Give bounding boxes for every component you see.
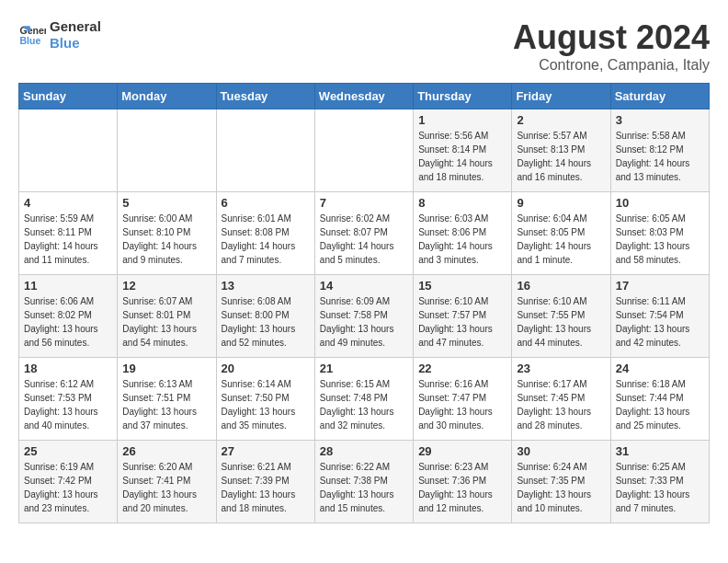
- week-row-5: 25Sunrise: 6:19 AM Sunset: 7:42 PM Dayli…: [19, 441, 710, 523]
- day-number: 13: [222, 279, 310, 293]
- logo-line2: Blue: [50, 35, 101, 52]
- logo-line1: General: [50, 18, 101, 35]
- day-number: 17: [616, 279, 704, 293]
- day-info: Sunrise: 6:08 AM Sunset: 8:00 PM Dayligh…: [222, 294, 310, 350]
- day-header-monday: Monday: [118, 84, 216, 109]
- day-cell: 2Sunrise: 5:57 AM Sunset: 8:13 PM Daylig…: [512, 109, 610, 192]
- day-header-wednesday: Wednesday: [314, 84, 413, 109]
- day-cell: 30Sunrise: 6:24 AM Sunset: 7:35 PM Dayli…: [512, 441, 610, 523]
- day-info: Sunrise: 5:59 AM Sunset: 8:11 PM Dayligh…: [24, 212, 112, 267]
- day-cell: 25Sunrise: 6:19 AM Sunset: 7:42 PM Dayli…: [19, 441, 118, 523]
- day-number: 23: [517, 362, 605, 375]
- day-info: Sunrise: 6:20 AM Sunset: 7:41 PM Dayligh…: [122, 460, 210, 515]
- day-cell: 20Sunrise: 6:14 AM Sunset: 7:50 PM Dayli…: [216, 358, 314, 441]
- day-info: Sunrise: 5:56 AM Sunset: 8:14 PM Dayligh…: [418, 129, 506, 184]
- day-cell: 29Sunrise: 6:23 AM Sunset: 7:36 PM Dayli…: [414, 441, 512, 523]
- page-header: General Blue General Blue August 2024 Co…: [18, 18, 710, 74]
- day-info: Sunrise: 6:02 AM Sunset: 8:07 PM Dayligh…: [320, 212, 408, 267]
- day-cell: 11Sunrise: 6:06 AM Sunset: 8:02 PM Dayli…: [19, 275, 118, 358]
- day-cell: [216, 109, 314, 192]
- day-cell: 1Sunrise: 5:56 AM Sunset: 8:14 PM Daylig…: [414, 109, 512, 192]
- day-number: 11: [24, 279, 112, 293]
- day-info: Sunrise: 6:06 AM Sunset: 8:02 PM Dayligh…: [24, 294, 112, 350]
- calendar-table: SundayMondayTuesdayWednesdayThursdayFrid…: [18, 83, 710, 523]
- day-number: 29: [418, 444, 506, 458]
- day-cell: 6Sunrise: 6:01 AM Sunset: 8:08 PM Daylig…: [216, 192, 314, 275]
- day-info: Sunrise: 6:15 AM Sunset: 7:48 PM Dayligh…: [320, 377, 408, 432]
- header-row: SundayMondayTuesdayWednesdayThursdayFrid…: [19, 84, 710, 109]
- day-info: Sunrise: 6:14 AM Sunset: 7:50 PM Dayligh…: [222, 377, 310, 432]
- day-cell: 23Sunrise: 6:17 AM Sunset: 7:45 PM Dayli…: [512, 358, 610, 441]
- day-info: Sunrise: 5:58 AM Sunset: 8:12 PM Dayligh…: [616, 129, 704, 184]
- day-cell: 28Sunrise: 6:22 AM Sunset: 7:38 PM Dayli…: [314, 441, 413, 523]
- day-number: 21: [320, 362, 408, 375]
- day-cell: 12Sunrise: 6:07 AM Sunset: 8:01 PM Dayli…: [118, 275, 216, 358]
- day-header-tuesday: Tuesday: [216, 84, 314, 109]
- day-info: Sunrise: 6:09 AM Sunset: 7:58 PM Dayligh…: [320, 294, 408, 350]
- day-cell: 21Sunrise: 6:15 AM Sunset: 7:48 PM Dayli…: [314, 358, 413, 441]
- day-info: Sunrise: 6:11 AM Sunset: 7:54 PM Dayligh…: [616, 294, 704, 350]
- day-cell: 13Sunrise: 6:08 AM Sunset: 8:00 PM Dayli…: [216, 275, 314, 358]
- day-number: 3: [616, 113, 704, 127]
- week-row-4: 18Sunrise: 6:12 AM Sunset: 7:53 PM Dayli…: [19, 358, 710, 441]
- day-number: 20: [222, 362, 310, 375]
- day-number: 10: [616, 196, 704, 210]
- day-info: Sunrise: 6:16 AM Sunset: 7:47 PM Dayligh…: [418, 377, 506, 432]
- day-cell: 9Sunrise: 6:04 AM Sunset: 8:05 PM Daylig…: [512, 192, 610, 275]
- month-title: August 2024: [513, 18, 710, 57]
- week-row-1: 1Sunrise: 5:56 AM Sunset: 8:14 PM Daylig…: [19, 109, 710, 192]
- day-cell: 10Sunrise: 6:05 AM Sunset: 8:03 PM Dayli…: [610, 192, 709, 275]
- day-info: Sunrise: 6:10 AM Sunset: 7:55 PM Dayligh…: [517, 294, 605, 350]
- day-info: Sunrise: 6:13 AM Sunset: 7:51 PM Dayligh…: [122, 377, 210, 432]
- day-cell: 22Sunrise: 6:16 AM Sunset: 7:47 PM Dayli…: [414, 358, 512, 441]
- day-cell: 18Sunrise: 6:12 AM Sunset: 7:53 PM Dayli…: [19, 358, 118, 441]
- day-cell: 7Sunrise: 6:02 AM Sunset: 8:07 PM Daylig…: [314, 192, 413, 275]
- day-cell: [118, 109, 216, 192]
- day-number: 18: [24, 362, 112, 375]
- day-info: Sunrise: 6:01 AM Sunset: 8:08 PM Dayligh…: [222, 212, 310, 267]
- day-info: Sunrise: 6:12 AM Sunset: 7:53 PM Dayligh…: [24, 377, 112, 432]
- day-number: 8: [418, 196, 506, 210]
- day-number: 19: [122, 362, 210, 375]
- location-subtitle: Controne, Campania, Italy: [513, 57, 710, 74]
- day-cell: 8Sunrise: 6:03 AM Sunset: 8:06 PM Daylig…: [414, 192, 512, 275]
- day-info: Sunrise: 6:24 AM Sunset: 7:35 PM Dayligh…: [517, 460, 605, 515]
- day-number: 15: [418, 279, 506, 293]
- day-info: Sunrise: 6:17 AM Sunset: 7:45 PM Dayligh…: [517, 377, 605, 432]
- day-number: 25: [24, 444, 112, 458]
- day-cell: 24Sunrise: 6:18 AM Sunset: 7:44 PM Dayli…: [610, 358, 709, 441]
- day-number: 24: [616, 362, 704, 375]
- logo-icon: General Blue: [18, 21, 46, 49]
- day-cell: 27Sunrise: 6:21 AM Sunset: 7:39 PM Dayli…: [216, 441, 314, 523]
- day-number: 6: [222, 196, 310, 210]
- day-info: Sunrise: 6:05 AM Sunset: 8:03 PM Dayligh…: [616, 212, 704, 267]
- day-cell: 26Sunrise: 6:20 AM Sunset: 7:41 PM Dayli…: [118, 441, 216, 523]
- day-cell: [314, 109, 413, 192]
- day-cell: 15Sunrise: 6:10 AM Sunset: 7:57 PM Dayli…: [414, 275, 512, 358]
- day-info: Sunrise: 6:04 AM Sunset: 8:05 PM Dayligh…: [517, 212, 605, 267]
- day-info: Sunrise: 6:07 AM Sunset: 8:01 PM Dayligh…: [122, 294, 210, 350]
- day-cell: [19, 109, 118, 192]
- day-header-saturday: Saturday: [610, 84, 709, 109]
- day-cell: 31Sunrise: 6:25 AM Sunset: 7:33 PM Dayli…: [610, 441, 709, 523]
- day-header-friday: Friday: [512, 84, 610, 109]
- day-cell: 14Sunrise: 6:09 AM Sunset: 7:58 PM Dayli…: [314, 275, 413, 358]
- day-number: 12: [122, 279, 210, 293]
- day-number: 7: [320, 196, 408, 210]
- day-number: 9: [517, 196, 605, 210]
- logo: General Blue General Blue: [18, 18, 101, 52]
- day-cell: 19Sunrise: 6:13 AM Sunset: 7:51 PM Dayli…: [118, 358, 216, 441]
- day-info: Sunrise: 6:18 AM Sunset: 7:44 PM Dayligh…: [616, 377, 704, 432]
- day-number: 4: [24, 196, 112, 210]
- day-info: Sunrise: 6:03 AM Sunset: 8:06 PM Dayligh…: [418, 212, 506, 267]
- day-info: Sunrise: 6:21 AM Sunset: 7:39 PM Dayligh…: [222, 460, 310, 515]
- day-info: Sunrise: 5:57 AM Sunset: 8:13 PM Dayligh…: [517, 129, 605, 184]
- day-number: 30: [517, 444, 605, 458]
- day-number: 22: [418, 362, 506, 375]
- day-number: 1: [418, 113, 506, 127]
- day-number: 27: [222, 444, 310, 458]
- day-cell: 17Sunrise: 6:11 AM Sunset: 7:54 PM Dayli…: [610, 275, 709, 358]
- day-number: 2: [517, 113, 605, 127]
- day-cell: 16Sunrise: 6:10 AM Sunset: 7:55 PM Dayli…: [512, 275, 610, 358]
- day-number: 14: [320, 279, 408, 293]
